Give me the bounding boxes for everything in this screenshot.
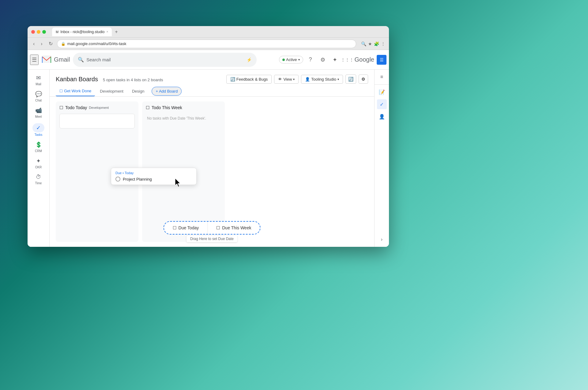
tab-design[interactable]: Design xyxy=(128,86,148,96)
extension-icon[interactable]: 🧩 xyxy=(374,41,379,46)
note-panel-icon[interactable]: 📝 xyxy=(377,87,387,97)
sidebar-label-tasks: Tasks xyxy=(35,133,43,136)
minimize-button[interactable] xyxy=(37,30,40,34)
search-icon: 🔍 xyxy=(78,57,84,63)
sidebar-item-mail[interactable]: ✉ Mail xyxy=(28,72,49,88)
close-button[interactable] xyxy=(31,30,35,34)
chat-icon: 💬 xyxy=(35,91,42,98)
due-this-week-drop-zone[interactable]: ☐ Due This Week xyxy=(208,222,260,234)
gmail-logo: Gmail xyxy=(42,55,70,64)
add-board-button[interactable]: + Add Board xyxy=(152,87,182,96)
maximize-button[interactable] xyxy=(42,30,46,34)
tab-title: Inbox - nick@tooling.studio xyxy=(60,30,104,34)
more-icon[interactable]: ⋮ xyxy=(381,41,385,46)
traffic-lights xyxy=(31,30,46,34)
add-board-label: + Add Board xyxy=(156,89,178,94)
chevron-down-icon: ▾ xyxy=(293,78,295,81)
header-right: Active ▾ ? ⚙ ✦ ⋮⋮⋮ Google ☰ xyxy=(279,55,386,65)
settings-button[interactable]: ⚙ xyxy=(318,55,328,65)
column-todo-today-header: ☐ Todo Today Development xyxy=(59,105,135,110)
mail-icon: ✉ xyxy=(36,75,41,81)
url-bar-icons: 🔍 ★ 🧩 ⋮ xyxy=(361,41,385,46)
svg-rect-0 xyxy=(42,55,51,63)
settings-kanban-button[interactable]: ⚙ xyxy=(359,75,368,84)
sparkle-button[interactable]: ✦ xyxy=(330,55,340,65)
sidebar-item-time[interactable]: ⏱ Time xyxy=(28,171,49,187)
expand-panel-icon[interactable]: › xyxy=(377,235,387,244)
due-today-zone-label: Due Today xyxy=(179,225,199,230)
tab-design-label: Design xyxy=(132,89,144,94)
active-tab[interactable]: M Inbox - nick@tooling.studio × xyxy=(52,28,112,36)
active-status-badge[interactable]: Active ▾ xyxy=(279,56,303,63)
waffle-icon[interactable]: ☰ xyxy=(377,55,386,65)
forward-button[interactable]: › xyxy=(39,40,44,47)
sidebar-item-meet[interactable]: 📹 Meet xyxy=(28,105,49,121)
bookmark-icon[interactable]: ★ xyxy=(368,41,372,46)
gmail-logo-svg xyxy=(42,55,51,64)
url-text: mail.google.com/mail/u/0/#ts-task xyxy=(67,41,126,46)
page-title: Kanban Boards xyxy=(56,76,98,83)
chevron-down-icon-ts: ▾ xyxy=(337,78,339,81)
column-todo-this-week-header: ☐ Todo This Week xyxy=(146,105,221,110)
sidebar-label-chat: Chat xyxy=(35,99,42,102)
help-button[interactable]: ? xyxy=(306,55,315,65)
drag-card-task: Project Planning xyxy=(115,177,192,182)
title-bar: M Inbox - nick@tooling.studio × + xyxy=(28,26,389,38)
sidebar-item-crm[interactable]: 💲 CRM xyxy=(28,139,49,155)
app-container: ☰ Gmail 🔍 Search mail ⚡ xyxy=(28,50,389,247)
crm-icon: 💲 xyxy=(35,141,42,148)
due-today-drop-zone[interactable]: ☐ Due Today xyxy=(164,222,208,234)
tab-get-work-done[interactable]: ☐ Get Work Done xyxy=(56,86,95,96)
okr-icon: ✦ xyxy=(36,158,41,164)
filter-icon[interactable]: ≡ xyxy=(377,72,387,82)
tasks-panel-icon[interactable]: ✓ xyxy=(377,99,387,109)
new-tab-button[interactable]: + xyxy=(113,29,119,35)
sidebar-label-mail: Mail xyxy=(36,82,41,86)
view-button[interactable]: 👁 View ▾ xyxy=(274,75,299,84)
tabs-row: ☐ Get Work Done Development Design + Add… xyxy=(50,84,374,97)
tasks-active-bg: ✓ xyxy=(32,123,44,132)
nav-bar: ‹ › ↻ 🔒 mail.google.com/mail/u/0/#ts-tas… xyxy=(28,38,389,50)
sidebar-item-tasks[interactable]: ✓ Tasks xyxy=(28,121,49,139)
feedback-button[interactable]: 🔄 Feedback & Bugs xyxy=(226,75,272,84)
tab-development[interactable]: Development xyxy=(96,86,127,96)
search-placeholder: Search mail xyxy=(86,57,111,62)
gmail-text: Gmail xyxy=(54,56,70,63)
main-content: Kanban Boards 5 open tasks in 4 lists on… xyxy=(50,70,374,247)
search-filter-icon[interactable]: ⚡ xyxy=(247,57,252,62)
feedback-label: Feedback & Bugs xyxy=(236,77,268,82)
sidebar-item-okr[interactable]: ✦ OKR xyxy=(28,155,49,171)
active-dot xyxy=(282,59,285,61)
meet-icon: 📹 xyxy=(35,107,42,114)
column-todo-today-title: Todo Today xyxy=(65,105,87,110)
time-icon: ⏱ xyxy=(36,174,41,180)
view-label: View xyxy=(283,77,292,82)
contact-panel-icon[interactable]: 👤 xyxy=(377,112,387,121)
tab-gwb-icon: ☐ xyxy=(59,89,63,93)
sidebar-label-crm: CRM xyxy=(35,149,42,153)
sidebar-label-okr: OKR xyxy=(35,166,42,169)
url-bar[interactable]: 🔒 mail.google.com/mail/u/0/#ts-task xyxy=(57,40,356,48)
refresh-button[interactable]: ↻ xyxy=(47,40,55,47)
sidebar-label-meet: Meet xyxy=(35,115,42,118)
tooling-studio-button[interactable]: 👤 Tooling Studio ▾ xyxy=(301,75,343,84)
back-button[interactable]: ‹ xyxy=(31,40,36,47)
drag-card-due: Due • Today xyxy=(115,171,192,175)
refresh-button[interactable]: 🔄 xyxy=(345,75,356,84)
kanban-header-right: 🔄 Feedback & Bugs 👁 View ▾ 👤 Tooling Stu… xyxy=(226,75,368,84)
search-bar[interactable]: 🔍 Search mail ⚡ xyxy=(73,53,257,67)
lock-icon: 🔒 xyxy=(61,42,66,46)
hamburger-menu[interactable]: ☰ xyxy=(30,55,39,65)
todo-today-empty-card xyxy=(59,114,135,128)
sidebar-item-chat[interactable]: 💬 Chat xyxy=(28,88,49,105)
tab-gwb-label: Get Work Done xyxy=(64,89,91,93)
due-this-week-zone-label: Due This Week xyxy=(222,225,251,230)
task-checkbox[interactable] xyxy=(115,177,120,182)
apps-button[interactable]: ⋮⋮⋮ xyxy=(342,55,352,65)
tab-close-button[interactable]: × xyxy=(106,30,108,33)
eye-icon: 👁 xyxy=(278,77,282,82)
right-panel: ≡ 📝 ✓ 👤 › xyxy=(374,70,389,247)
search-icon[interactable]: 🔍 xyxy=(361,41,366,46)
gmail-favicon: M xyxy=(56,30,58,34)
tab-dev-label: Development xyxy=(100,89,123,94)
